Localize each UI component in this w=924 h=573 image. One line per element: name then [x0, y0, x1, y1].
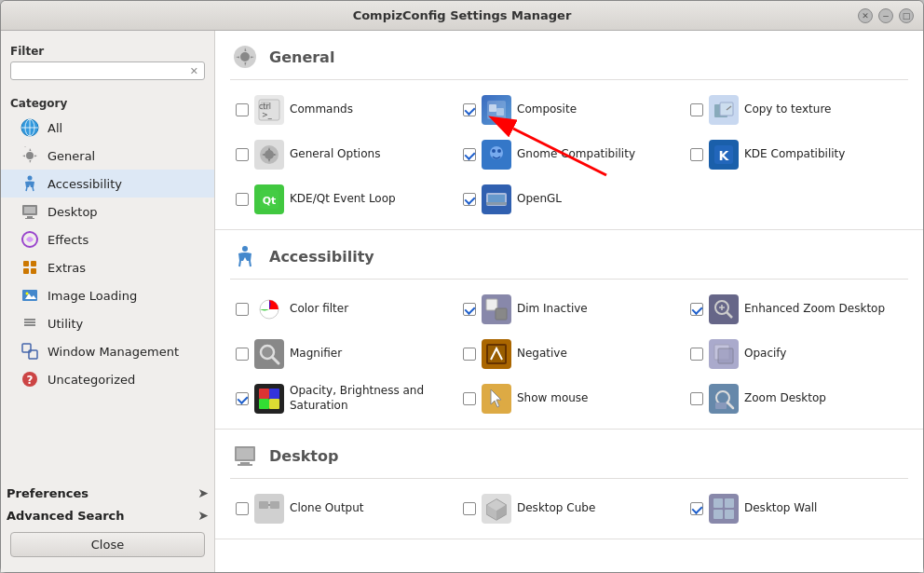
- filter-input-wrapper: ✕: [10, 61, 205, 80]
- plugin-composite-checkbox[interactable]: [463, 103, 476, 116]
- plugin-zoom-desktop-icon: [709, 384, 739, 414]
- svg-rect-35: [496, 108, 504, 116]
- plugin-gnome-compat-checkbox[interactable]: [463, 148, 476, 161]
- plugin-clone-output-checkbox[interactable]: [236, 502, 249, 515]
- advanced-search-link[interactable]: Advanced Search ➤: [1, 504, 214, 526]
- sidebar-item-utility[interactable]: Utility: [1, 309, 214, 337]
- plugin-show-mouse[interactable]: Show mouse: [457, 380, 681, 417]
- filter-input[interactable]: [15, 64, 188, 77]
- plugin-kde-qt[interactable]: Qt KDE/Qt Event Loop: [230, 181, 454, 218]
- plugin-clone-output[interactable]: Clone Output: [230, 490, 454, 527]
- plugin-kde-qt-checkbox[interactable]: [236, 193, 249, 206]
- plugin-color-filter[interactable]: Color filter: [230, 291, 454, 328]
- plugin-desktop-wall-checkbox[interactable]: [690, 502, 703, 515]
- svg-rect-54: [496, 308, 507, 320]
- preferences-link[interactable]: Preferences ➤: [1, 482, 214, 504]
- plugin-composite-icon: [482, 95, 511, 125]
- uncategorized-icon: ?: [20, 369, 40, 389]
- sidebar-item-extras[interactable]: Extras: [1, 253, 214, 281]
- plugin-composite[interactable]: Composite: [457, 91, 681, 129]
- desktop-section-title: Desktop: [269, 447, 338, 465]
- svg-text:?: ?: [27, 374, 34, 387]
- plugin-obs-name: Opacity, Brightness and Saturation: [290, 384, 448, 413]
- accessibility-icon: [20, 173, 40, 194]
- svg-rect-79: [270, 501, 279, 509]
- window-title: CompizConfig Settings Manager: [66, 8, 858, 22]
- plugin-desktop-wall-icon: [709, 494, 739, 524]
- plugin-gnome-compat[interactable]: Gnome Compatibility: [457, 136, 681, 173]
- plugin-commands[interactable]: ctrl>_ Commands: [230, 91, 454, 129]
- sidebar-item-image-loading[interactable]: Image Loading: [1, 281, 214, 309]
- plugin-general-options-checkbox[interactable]: [236, 148, 249, 161]
- plugin-color-filter-checkbox[interactable]: [236, 303, 249, 316]
- advanced-search-label: Advanced Search: [7, 509, 125, 523]
- svg-rect-11: [23, 261, 29, 266]
- plugin-negative-name: Negative: [517, 347, 567, 362]
- plugin-zoom-desktop-checkbox[interactable]: [690, 392, 703, 405]
- window-body: Filter ✕ Category All General: [1, 31, 923, 572]
- plugin-enhanced-zoom-checkbox[interactable]: [690, 303, 703, 316]
- sidebar: Filter ✕ Category All General: [1, 31, 215, 572]
- svg-text:K: K: [719, 148, 730, 163]
- plugin-dim-inactive[interactable]: Dim Inactive: [457, 291, 681, 328]
- plugin-opengl[interactable]: OpenGL: [457, 181, 681, 218]
- plugin-general-options[interactable]: General Options: [230, 136, 454, 173]
- sidebar-item-accessibility[interactable]: Accessibility: [1, 170, 214, 198]
- plugin-desktop-wall[interactable]: Desktop Wall: [685, 490, 908, 527]
- plugin-copy-texture-checkbox[interactable]: [690, 103, 703, 116]
- plugin-negative-checkbox[interactable]: [463, 348, 476, 361]
- close-window-button[interactable]: ✕: [858, 8, 873, 23]
- plugin-copy-texture[interactable]: Copy to texture: [685, 91, 908, 129]
- image-loading-icon: [20, 285, 40, 306]
- plugin-commands-checkbox[interactable]: [236, 103, 249, 116]
- minimize-window-button[interactable]: −: [878, 8, 893, 23]
- plugin-kde-compat-icon: K: [709, 140, 739, 170]
- svg-rect-34: [489, 104, 496, 112]
- plugin-kde-compat[interactable]: K KDE Compatibility: [685, 136, 908, 173]
- sidebar-item-effects[interactable]: Effects: [1, 225, 214, 253]
- plugin-opengl-checkbox[interactable]: [463, 193, 476, 206]
- svg-rect-88: [725, 510, 734, 519]
- plugin-magnifier-icon: [254, 339, 284, 369]
- close-button[interactable]: Close: [10, 532, 205, 557]
- plugin-clone-output-name: Clone Output: [290, 501, 364, 516]
- plugin-dim-inactive-checkbox[interactable]: [463, 303, 476, 316]
- plugin-kde-compat-checkbox[interactable]: [690, 148, 703, 161]
- plugin-show-mouse-icon: [482, 384, 511, 414]
- sidebar-item-window-management[interactable]: Window Management: [1, 337, 214, 365]
- accessibility-section-icon: [230, 241, 260, 271]
- plugin-commands-name: Commands: [290, 102, 353, 117]
- preferences-arrow-icon: ➤: [197, 485, 209, 500]
- filter-clear-button[interactable]: ✕: [188, 65, 200, 77]
- plugin-desktop-cube[interactable]: Desktop Cube: [457, 490, 681, 527]
- plugin-obs-checkbox[interactable]: [236, 392, 249, 405]
- plugin-opacity-checkbox[interactable]: [690, 348, 703, 361]
- plugin-clone-output-icon: [254, 494, 284, 524]
- sidebar-item-uncategorized[interactable]: ? Uncategorized: [1, 365, 214, 393]
- globe-icon: [20, 117, 40, 138]
- plugin-enhanced-zoom[interactable]: Enhanced Zoom Desktop: [685, 291, 908, 328]
- plugin-obs-icon: [254, 384, 284, 414]
- advanced-search-arrow-icon: ➤: [197, 508, 209, 523]
- svg-rect-69: [269, 399, 279, 409]
- plugin-kde-qt-icon: Qt: [254, 184, 284, 214]
- plugin-desktop-cube-checkbox[interactable]: [463, 502, 476, 515]
- sidebar-item-all[interactable]: All: [1, 114, 214, 142]
- plugin-negative[interactable]: Negative: [457, 335, 681, 373]
- svg-rect-67: [269, 389, 279, 399]
- svg-rect-78: [259, 501, 268, 509]
- svg-point-28: [240, 52, 250, 61]
- general-section-icon: [230, 42, 260, 72]
- plugin-obs[interactable]: Opacity, Brightness and Saturation: [230, 380, 454, 417]
- plugin-magnifier[interactable]: Magnifier: [230, 335, 454, 373]
- plugin-zoom-desktop[interactable]: Zoom Desktop: [685, 380, 908, 417]
- plugin-opacity[interactable]: Opacify: [685, 335, 908, 373]
- plugin-kde-qt-name: KDE/Qt Event Loop: [290, 192, 396, 207]
- maximize-window-button[interactable]: □: [899, 8, 914, 23]
- sidebar-item-desktop[interactable]: Desktop: [1, 198, 214, 225]
- plugin-show-mouse-checkbox[interactable]: [463, 392, 476, 405]
- plugin-magnifier-checkbox[interactable]: [236, 348, 249, 361]
- plugin-gnome-compat-name: Gnome Compatibility: [517, 147, 635, 162]
- plugin-general-options-name: General Options: [290, 147, 380, 162]
- sidebar-item-general[interactable]: General: [1, 142, 214, 170]
